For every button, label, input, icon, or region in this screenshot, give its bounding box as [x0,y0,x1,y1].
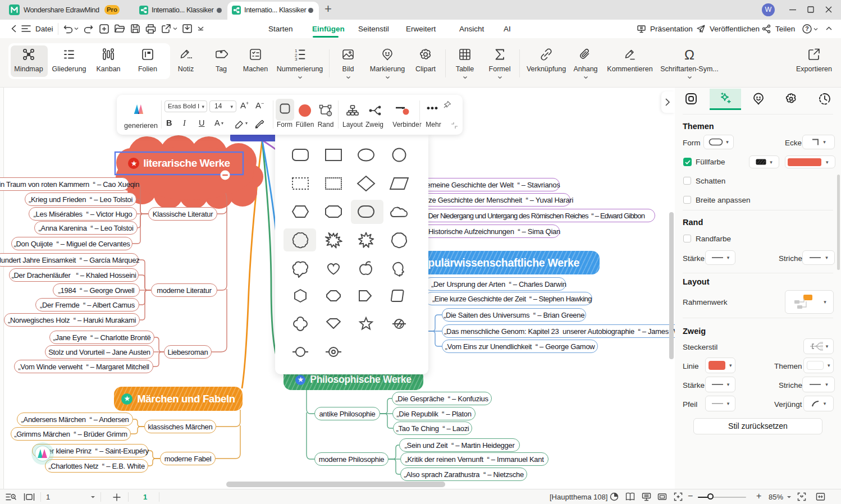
svg-text:3: 3 [295,57,298,62]
svg-text:Ω: Ω [684,47,694,62]
svg-text:?: ? [805,25,808,32]
